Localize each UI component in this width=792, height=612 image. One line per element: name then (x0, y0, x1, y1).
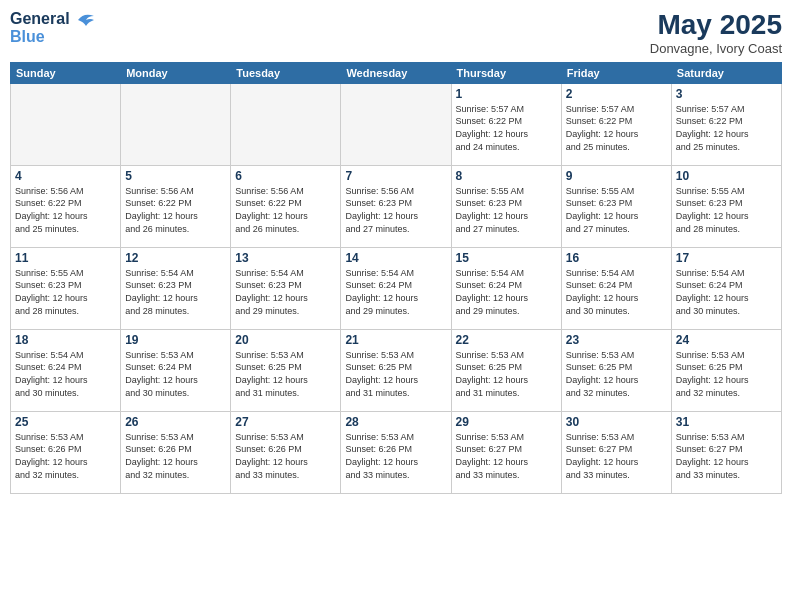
logo-bird-icon (76, 12, 96, 28)
day-info: Sunrise: 5:53 AM Sunset: 6:27 PM Dayligh… (456, 431, 557, 481)
table-row: 27Sunrise: 5:53 AM Sunset: 6:26 PM Dayli… (231, 411, 341, 493)
header: General Blue May 2025 Donvagne, Ivory Co… (10, 10, 782, 56)
day-number: 17 (676, 251, 777, 265)
day-number: 11 (15, 251, 116, 265)
day-info: Sunrise: 5:53 AM Sunset: 6:25 PM Dayligh… (235, 349, 336, 399)
day-number: 26 (125, 415, 226, 429)
header-thursday: Thursday (451, 62, 561, 83)
table-row (231, 83, 341, 165)
table-row: 5Sunrise: 5:56 AM Sunset: 6:22 PM Daylig… (121, 165, 231, 247)
location: Donvagne, Ivory Coast (650, 41, 782, 56)
logo-line1: General (10, 10, 70, 27)
header-sunday: Sunday (11, 62, 121, 83)
day-number: 16 (566, 251, 667, 265)
header-monday: Monday (121, 62, 231, 83)
calendar-week-2: 4Sunrise: 5:56 AM Sunset: 6:22 PM Daylig… (11, 165, 782, 247)
day-info: Sunrise: 5:57 AM Sunset: 6:22 PM Dayligh… (676, 103, 777, 153)
day-info: Sunrise: 5:54 AM Sunset: 6:24 PM Dayligh… (456, 267, 557, 317)
table-row (11, 83, 121, 165)
day-number: 1 (456, 87, 557, 101)
day-info: Sunrise: 5:54 AM Sunset: 6:24 PM Dayligh… (566, 267, 667, 317)
table-row: 12Sunrise: 5:54 AM Sunset: 6:23 PM Dayli… (121, 247, 231, 329)
day-info: Sunrise: 5:56 AM Sunset: 6:22 PM Dayligh… (15, 185, 116, 235)
day-info: Sunrise: 5:54 AM Sunset: 6:23 PM Dayligh… (125, 267, 226, 317)
day-number: 25 (15, 415, 116, 429)
day-info: Sunrise: 5:53 AM Sunset: 6:25 PM Dayligh… (456, 349, 557, 399)
day-info: Sunrise: 5:55 AM Sunset: 6:23 PM Dayligh… (676, 185, 777, 235)
day-info: Sunrise: 5:53 AM Sunset: 6:25 PM Dayligh… (676, 349, 777, 399)
day-number: 12 (125, 251, 226, 265)
day-number: 3 (676, 87, 777, 101)
day-number: 21 (345, 333, 446, 347)
day-number: 2 (566, 87, 667, 101)
calendar-week-3: 11Sunrise: 5:55 AM Sunset: 6:23 PM Dayli… (11, 247, 782, 329)
day-number: 13 (235, 251, 336, 265)
table-row (341, 83, 451, 165)
table-row: 23Sunrise: 5:53 AM Sunset: 6:25 PM Dayli… (561, 329, 671, 411)
table-row: 11Sunrise: 5:55 AM Sunset: 6:23 PM Dayli… (11, 247, 121, 329)
table-row: 15Sunrise: 5:54 AM Sunset: 6:24 PM Dayli… (451, 247, 561, 329)
day-number: 9 (566, 169, 667, 183)
day-info: Sunrise: 5:54 AM Sunset: 6:24 PM Dayligh… (15, 349, 116, 399)
day-number: 24 (676, 333, 777, 347)
table-row: 24Sunrise: 5:53 AM Sunset: 6:25 PM Dayli… (671, 329, 781, 411)
day-info: Sunrise: 5:53 AM Sunset: 6:26 PM Dayligh… (345, 431, 446, 481)
table-row: 26Sunrise: 5:53 AM Sunset: 6:26 PM Dayli… (121, 411, 231, 493)
table-row: 3Sunrise: 5:57 AM Sunset: 6:22 PM Daylig… (671, 83, 781, 165)
table-row: 4Sunrise: 5:56 AM Sunset: 6:22 PM Daylig… (11, 165, 121, 247)
day-info: Sunrise: 5:57 AM Sunset: 6:22 PM Dayligh… (456, 103, 557, 153)
day-info: Sunrise: 5:53 AM Sunset: 6:24 PM Dayligh… (125, 349, 226, 399)
calendar-week-4: 18Sunrise: 5:54 AM Sunset: 6:24 PM Dayli… (11, 329, 782, 411)
day-number: 23 (566, 333, 667, 347)
day-info: Sunrise: 5:55 AM Sunset: 6:23 PM Dayligh… (456, 185, 557, 235)
day-info: Sunrise: 5:56 AM Sunset: 6:22 PM Dayligh… (125, 185, 226, 235)
table-row: 18Sunrise: 5:54 AM Sunset: 6:24 PM Dayli… (11, 329, 121, 411)
day-number: 14 (345, 251, 446, 265)
calendar-header-row: Sunday Monday Tuesday Wednesday Thursday… (11, 62, 782, 83)
day-info: Sunrise: 5:54 AM Sunset: 6:24 PM Dayligh… (345, 267, 446, 317)
day-number: 6 (235, 169, 336, 183)
day-info: Sunrise: 5:56 AM Sunset: 6:22 PM Dayligh… (235, 185, 336, 235)
day-number: 15 (456, 251, 557, 265)
day-number: 4 (15, 169, 116, 183)
day-info: Sunrise: 5:54 AM Sunset: 6:23 PM Dayligh… (235, 267, 336, 317)
calendar-table: Sunday Monday Tuesday Wednesday Thursday… (10, 62, 782, 494)
calendar-week-5: 25Sunrise: 5:53 AM Sunset: 6:26 PM Dayli… (11, 411, 782, 493)
page: General Blue May 2025 Donvagne, Ivory Co… (0, 0, 792, 612)
table-row: 9Sunrise: 5:55 AM Sunset: 6:23 PM Daylig… (561, 165, 671, 247)
day-number: 31 (676, 415, 777, 429)
table-row: 31Sunrise: 5:53 AM Sunset: 6:27 PM Dayli… (671, 411, 781, 493)
table-row: 13Sunrise: 5:54 AM Sunset: 6:23 PM Dayli… (231, 247, 341, 329)
day-number: 18 (15, 333, 116, 347)
day-number: 27 (235, 415, 336, 429)
day-info: Sunrise: 5:53 AM Sunset: 6:26 PM Dayligh… (125, 431, 226, 481)
logo-text: General Blue (10, 10, 96, 45)
table-row: 7Sunrise: 5:56 AM Sunset: 6:23 PM Daylig… (341, 165, 451, 247)
table-row: 28Sunrise: 5:53 AM Sunset: 6:26 PM Dayli… (341, 411, 451, 493)
day-info: Sunrise: 5:56 AM Sunset: 6:23 PM Dayligh… (345, 185, 446, 235)
day-number: 28 (345, 415, 446, 429)
table-row (121, 83, 231, 165)
day-number: 22 (456, 333, 557, 347)
header-tuesday: Tuesday (231, 62, 341, 83)
logo-line2: Blue (10, 28, 96, 46)
table-row: 21Sunrise: 5:53 AM Sunset: 6:25 PM Dayli… (341, 329, 451, 411)
title-area: May 2025 Donvagne, Ivory Coast (650, 10, 782, 56)
day-number: 19 (125, 333, 226, 347)
day-info: Sunrise: 5:54 AM Sunset: 6:24 PM Dayligh… (676, 267, 777, 317)
table-row: 30Sunrise: 5:53 AM Sunset: 6:27 PM Dayli… (561, 411, 671, 493)
day-info: Sunrise: 5:55 AM Sunset: 6:23 PM Dayligh… (15, 267, 116, 317)
day-info: Sunrise: 5:53 AM Sunset: 6:27 PM Dayligh… (676, 431, 777, 481)
day-info: Sunrise: 5:53 AM Sunset: 6:27 PM Dayligh… (566, 431, 667, 481)
table-row: 6Sunrise: 5:56 AM Sunset: 6:22 PM Daylig… (231, 165, 341, 247)
table-row: 8Sunrise: 5:55 AM Sunset: 6:23 PM Daylig… (451, 165, 561, 247)
table-row: 16Sunrise: 5:54 AM Sunset: 6:24 PM Dayli… (561, 247, 671, 329)
day-number: 30 (566, 415, 667, 429)
month-year: May 2025 (650, 10, 782, 41)
table-row: 2Sunrise: 5:57 AM Sunset: 6:22 PM Daylig… (561, 83, 671, 165)
table-row: 22Sunrise: 5:53 AM Sunset: 6:25 PM Dayli… (451, 329, 561, 411)
day-info: Sunrise: 5:53 AM Sunset: 6:25 PM Dayligh… (566, 349, 667, 399)
table-row: 1Sunrise: 5:57 AM Sunset: 6:22 PM Daylig… (451, 83, 561, 165)
table-row: 14Sunrise: 5:54 AM Sunset: 6:24 PM Dayli… (341, 247, 451, 329)
day-number: 20 (235, 333, 336, 347)
